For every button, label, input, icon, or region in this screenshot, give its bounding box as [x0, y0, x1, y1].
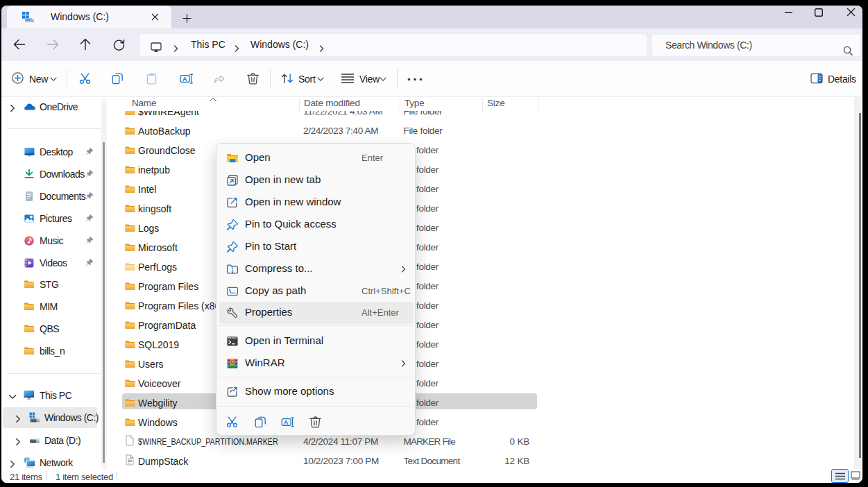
svg-text:A: A	[284, 419, 289, 426]
svg-text:A: A	[182, 76, 187, 83]
